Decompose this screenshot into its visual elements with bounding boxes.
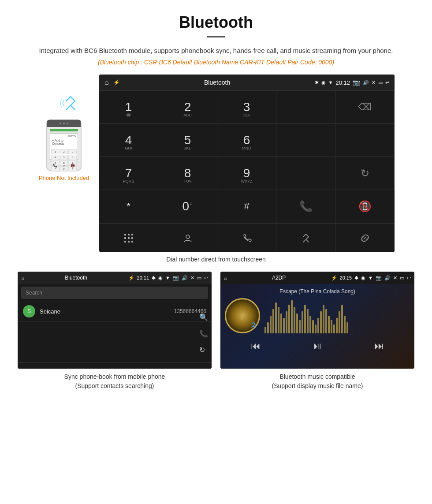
dial-section: MOTO + Add to Contacts 123 456 789 *0# 📞…: [18, 75, 414, 252]
nav-phone-icon[interactable]: [217, 224, 276, 252]
visualizer-bar: [346, 322, 348, 333]
svg-rect-7: [128, 241, 130, 243]
dial-key-star[interactable]: *: [99, 190, 158, 223]
dial-key-2[interactable]: 2ABC: [158, 91, 217, 124]
visualizer-bar: [275, 302, 277, 333]
nav-contacts-icon[interactable]: [158, 224, 217, 252]
pb-vol-icon[interactable]: 🔊: [182, 275, 188, 281]
dial-screen: ⌂ ⚡ Bluetooth ✱ ◉ ▼ 20:12 📷 🔊 ✕ ▭ ↩: [99, 75, 395, 252]
visualizer-bar: [317, 318, 319, 333]
camera-icon[interactable]: 📷: [353, 79, 360, 86]
phonebook-caption: Sync phone-book from mobile phone (Suppo…: [18, 372, 212, 391]
dial-key-6[interactable]: 6MNO: [217, 124, 276, 157]
svg-point-9: [186, 235, 190, 239]
bottom-row: ⌂ Bluetooth ⚡ 20:11 ✱ ◉ ▼ 📷 🔊 ✕ ▭ ↩ Sear…: [18, 272, 414, 391]
dial-key-3[interactable]: 3DEF: [217, 91, 276, 124]
dial-key-0[interactable]: 0+: [158, 190, 217, 223]
music-signal-icon: ▼: [368, 275, 373, 280]
dial-key-8[interactable]: 8TUV: [158, 157, 217, 190]
pb-close-icon[interactable]: ✕: [190, 275, 194, 281]
dial-key-9[interactable]: 9WXYZ: [217, 157, 276, 190]
visualizer-bar: [270, 316, 272, 333]
music-window-icon[interactable]: ▭: [400, 275, 404, 281]
home-icon[interactable]: ⌂: [104, 78, 109, 86]
pb-side-icons: 🔍 📞 ↻: [199, 313, 208, 354]
dial-caption: Dial number direct from touchscreen: [18, 256, 414, 263]
page-title: Bluetooth: [18, 13, 414, 32]
music-back-icon[interactable]: ↩: [407, 275, 411, 281]
visualizer-bar: [278, 307, 279, 333]
dial-key-1[interactable]: 1☎: [99, 91, 158, 124]
status-right-icons: ✱ ◉ ▼ 20:12 📷 🔊 ✕ ▭ ↩: [315, 79, 389, 86]
pb-signal-icon: ▼: [165, 275, 170, 280]
dial-empty-1: [276, 91, 335, 124]
music-home-icon[interactable]: ⌂: [224, 275, 227, 280]
visualizer-bar: [325, 309, 327, 333]
pb-nav-bt[interactable]: [149, 369, 157, 369]
visualizer-bar: [283, 318, 285, 333]
play-pause-button[interactable]: ⏯: [313, 340, 322, 352]
pb-status-bar: ⌂ Bluetooth ⚡ 20:11 ✱ ◉ ▼ 📷 🔊 ✕ ▭ ↩: [18, 272, 212, 284]
visualizer-bar: [286, 311, 287, 333]
phone-body: MOTO + Add to Contacts 123 456 789 *0# 📞…: [46, 119, 82, 171]
pb-back-icon[interactable]: ↩: [204, 275, 208, 281]
music-screenshot: ⌂ A2DP ⚡ 20:15 ✱ ◉ ▼ 📷 🔊 ✕ ▭ ↩ Escape (T…: [220, 272, 414, 391]
pb-sync-icon[interactable]: ↻: [199, 346, 208, 354]
subtitle-text: Integrated with BC6 Bluetooth module, su…: [18, 45, 414, 56]
contact-row[interactable]: S Seicane 13566664466: [18, 302, 212, 321]
pb-nav-keypad[interactable]: [33, 369, 41, 369]
visualizer-bar: [320, 311, 322, 333]
dial-empty-4: [276, 157, 335, 190]
music-camera-icon[interactable]: 📷: [376, 275, 382, 281]
visualizer-bar: [264, 327, 266, 333]
phonebook-screenshot: ⌂ Bluetooth ⚡ 20:11 ✱ ◉ ▼ 📷 🔊 ✕ ▭ ↩ Sear…: [18, 272, 212, 391]
visualizer-bar: [341, 305, 343, 333]
dial-key-7[interactable]: 7PQRS: [99, 157, 158, 190]
dial-key-hash[interactable]: #: [217, 190, 276, 223]
pb-window-icon[interactable]: ▭: [197, 275, 201, 281]
pb-camera-icon[interactable]: 📷: [173, 275, 179, 281]
window-icon[interactable]: ▭: [378, 80, 383, 86]
pb-search-bar[interactable]: Search: [21, 287, 208, 299]
visualizer-bar: [280, 314, 282, 333]
music-vol-icon[interactable]: 🔊: [384, 275, 391, 281]
bluetooth-specs: (Bluetooth chip : CSR BC6 Default Blueto…: [18, 59, 414, 66]
nav-keypad-icon[interactable]: [99, 224, 158, 252]
visualizer-bar: [323, 305, 324, 333]
svg-rect-10: [33, 369, 34, 369]
nav-bluetooth-icon[interactable]: [276, 224, 335, 252]
dial-reload-button[interactable]: ↻: [335, 157, 395, 190]
visualizer-bar: [339, 311, 340, 333]
svg-rect-11: [36, 369, 37, 369]
svg-rect-12: [39, 369, 41, 369]
phone-not-included-label: Phone Not Included: [39, 175, 89, 181]
nav-link-icon[interactable]: [335, 224, 395, 252]
back-icon[interactable]: ↩: [385, 80, 389, 86]
svg-rect-5: [131, 237, 133, 239]
dial-end-call-button[interactable]: 📵: [335, 190, 395, 223]
dial-call-green-button[interactable]: 📞: [276, 190, 335, 223]
visualizer-bar: [328, 316, 330, 333]
header-section: Bluetooth Integrated with BC6 Bluetooth …: [18, 13, 414, 66]
visualizer-bar: [291, 300, 293, 333]
bluetooth-status-icon: ✱: [315, 80, 319, 86]
pb-nav-contacts-active[interactable]: 👤: [71, 369, 81, 369]
prev-track-button[interactable]: ⏮: [251, 340, 261, 352]
dial-empty-3: [335, 124, 395, 157]
dial-key-5[interactable]: 5JKL: [158, 124, 217, 157]
volume-icon[interactable]: 🔊: [363, 80, 369, 86]
dial-key-4[interactable]: 4GHI: [99, 124, 158, 157]
music-close-icon[interactable]: ✕: [393, 275, 397, 281]
music-status-bar: ⌂ A2DP ⚡ 20:15 ✱ ◉ ▼ 📷 🔊 ✕ ▭ ↩: [220, 272, 414, 284]
svg-rect-3: [124, 237, 126, 239]
visualizer-bar: [288, 305, 290, 333]
close-icon[interactable]: ✕: [372, 80, 376, 86]
phonebook-frame: ⌂ Bluetooth ⚡ 20:11 ✱ ◉ ▼ 📷 🔊 ✕ ▭ ↩ Sear…: [18, 272, 212, 369]
pb-search-icon[interactable]: 🔍: [199, 313, 208, 321]
next-track-button[interactable]: ⏭: [374, 340, 384, 352]
dial-backspace-button[interactable]: ⌫: [335, 91, 395, 124]
music-title: A2DP: [230, 275, 328, 281]
pb-phone-icon[interactable]: 📞: [199, 329, 208, 338]
visualizer-bar: [331, 320, 332, 333]
pb-home-icon[interactable]: ⌂: [21, 275, 24, 280]
